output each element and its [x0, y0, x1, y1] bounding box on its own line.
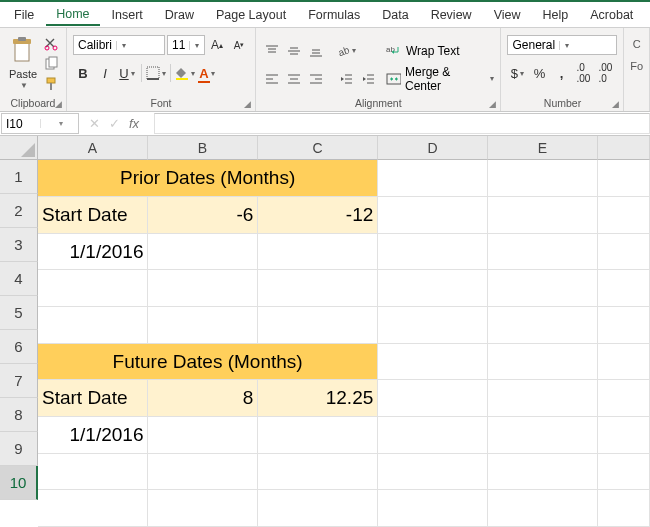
cell[interactable]	[148, 490, 258, 527]
cell[interactable]	[488, 416, 598, 453]
cell[interactable]: Start Date	[38, 197, 148, 234]
cell[interactable]	[598, 343, 650, 380]
italic-button[interactable]: I	[95, 62, 115, 84]
cell[interactable]	[148, 307, 258, 344]
cell[interactable]	[488, 380, 598, 417]
row-header[interactable]: 2	[0, 194, 38, 228]
cell[interactable]: -12	[258, 197, 378, 234]
cell[interactable]	[378, 380, 488, 417]
cell[interactable]	[378, 416, 488, 453]
menu-item-file[interactable]: File	[4, 5, 44, 25]
fx-icon[interactable]: fx	[124, 116, 144, 131]
align-center-button[interactable]	[284, 68, 304, 90]
border-button[interactable]: ▾	[146, 62, 166, 84]
font-size-combo[interactable]: 11▾	[167, 35, 205, 55]
cell[interactable]	[258, 270, 378, 307]
cell[interactable]	[38, 453, 148, 490]
cell[interactable]	[378, 453, 488, 490]
column-header[interactable]: D	[378, 136, 488, 160]
number-format-combo[interactable]: General▾	[507, 35, 617, 55]
menu-item-formulas[interactable]: Formulas	[298, 5, 370, 25]
comma-format-button[interactable]: ,	[551, 62, 571, 84]
column-header[interactable]	[598, 136, 650, 160]
cell[interactable]	[148, 270, 258, 307]
menu-item-data[interactable]: Data	[372, 5, 418, 25]
menu-item-home[interactable]: Home	[46, 4, 99, 26]
cell[interactable]: 8	[148, 380, 258, 417]
cut-button[interactable]	[42, 35, 60, 53]
menu-item-page-layout[interactable]: Page Layout	[206, 5, 296, 25]
menu-item-view[interactable]: View	[484, 5, 531, 25]
accounting-format-button[interactable]: $▾	[507, 62, 527, 84]
cell[interactable]	[598, 380, 650, 417]
cell[interactable]	[378, 160, 488, 197]
cell[interactable]	[38, 307, 148, 344]
row-header[interactable]: 1	[0, 160, 38, 194]
column-header[interactable]: A	[38, 136, 148, 160]
menu-item-help[interactable]: Help	[533, 5, 579, 25]
cell[interactable]	[378, 197, 488, 234]
row-header[interactable]: 3	[0, 228, 38, 262]
menu-item-acrobat[interactable]: Acrobat	[580, 5, 643, 25]
cell[interactable]	[378, 233, 488, 270]
cell[interactable]: 1/1/2016	[38, 233, 148, 270]
dialog-launcher-icon[interactable]: ◢	[612, 99, 619, 109]
cell[interactable]	[488, 197, 598, 234]
cancel-edit-button[interactable]: ✕	[84, 116, 104, 131]
confirm-edit-button[interactable]: ✓	[104, 116, 124, 131]
cell[interactable]	[258, 416, 378, 453]
cell[interactable]	[488, 307, 598, 344]
menu-item-insert[interactable]: Insert	[102, 5, 153, 25]
wrap-text-button[interactable]: ab Wrap Text	[386, 38, 494, 64]
dialog-launcher-icon[interactable]: ◢	[55, 99, 62, 109]
align-top-button[interactable]	[262, 40, 282, 62]
row-header[interactable]: 7	[0, 364, 38, 398]
merge-center-button[interactable]: Merge & Center▾	[386, 66, 494, 92]
cell[interactable]	[598, 307, 650, 344]
row-header[interactable]: 6	[0, 330, 38, 364]
cell[interactable]	[598, 233, 650, 270]
percent-format-button[interactable]: %	[529, 62, 549, 84]
cell[interactable]: -6	[148, 197, 258, 234]
cell[interactable]	[258, 490, 378, 527]
cell[interactable]: Start Date	[38, 380, 148, 417]
decrease-indent-button[interactable]	[336, 68, 356, 90]
cell[interactable]	[38, 270, 148, 307]
cell[interactable]: Prior Dates (Months)	[38, 160, 378, 197]
chevron-down-icon[interactable]: ▾	[40, 119, 79, 128]
row-header[interactable]: 8	[0, 398, 38, 432]
font-name-combo[interactable]: Calibri▾	[73, 35, 165, 55]
cell[interactable]	[488, 233, 598, 270]
align-left-button[interactable]	[262, 68, 282, 90]
name-box[interactable]: I10 ▾	[1, 113, 79, 134]
cell[interactable]	[598, 453, 650, 490]
row-header[interactable]: 5	[0, 296, 38, 330]
column-header[interactable]: E	[488, 136, 598, 160]
underline-button[interactable]: U▾	[117, 62, 137, 84]
menu-item-draw[interactable]: Draw	[155, 5, 204, 25]
select-all-button[interactable]	[0, 136, 38, 160]
cell[interactable]	[488, 270, 598, 307]
fill-color-button[interactable]: ▾	[175, 62, 195, 84]
cell[interactable]: 12.25	[258, 380, 378, 417]
cell[interactable]	[378, 343, 488, 380]
increase-decimal-button[interactable]: .0.00	[573, 62, 593, 84]
cell[interactable]	[488, 343, 598, 380]
formula-input[interactable]	[154, 113, 650, 134]
cell[interactable]	[148, 233, 258, 270]
dialog-launcher-icon[interactable]: ◢	[244, 99, 251, 109]
cell[interactable]	[488, 453, 598, 490]
cell[interactable]	[598, 490, 650, 527]
cell[interactable]	[598, 270, 650, 307]
align-middle-button[interactable]	[284, 40, 304, 62]
cell[interactable]	[378, 270, 488, 307]
column-header[interactable]: C	[258, 136, 378, 160]
bold-button[interactable]: B	[73, 62, 93, 84]
menu-item-review[interactable]: Review	[421, 5, 482, 25]
align-right-button[interactable]	[306, 68, 326, 90]
column-header[interactable]: B	[148, 136, 258, 160]
row-header[interactable]: 9	[0, 432, 38, 466]
row-header[interactable]: 10	[0, 466, 38, 500]
increase-font-button[interactable]: A▴	[207, 34, 227, 56]
copy-button[interactable]	[42, 55, 60, 73]
